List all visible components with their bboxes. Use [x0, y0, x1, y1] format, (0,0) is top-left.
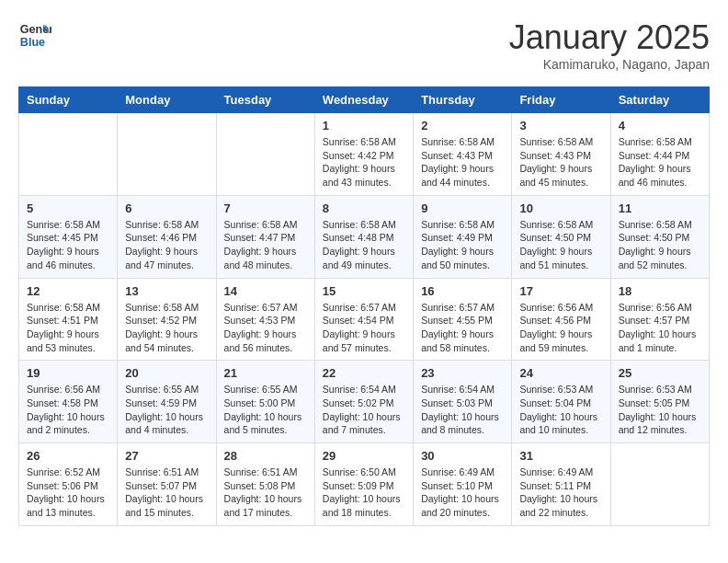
day-number: 28 — [224, 449, 307, 463]
calendar-day-cell: 8Sunrise: 6:58 AM Sunset: 4:48 PM Daylig… — [314, 195, 413, 278]
svg-text:Blue: Blue — [20, 36, 45, 49]
day-number: 22 — [323, 366, 405, 380]
day-info: Sunrise: 6:57 AM Sunset: 4:54 PM Dayligh… — [323, 301, 405, 355]
calendar-week-row: 1Sunrise: 6:58 AM Sunset: 4:42 PM Daylig… — [19, 113, 710, 196]
calendar-day-cell: 6Sunrise: 6:58 AM Sunset: 4:46 PM Daylig… — [118, 195, 216, 278]
calendar-day-cell — [19, 113, 118, 196]
calendar-header-row: SundayMondayTuesdayWednesdayThursdayFrid… — [19, 87, 710, 113]
day-number: 14 — [224, 284, 307, 298]
calendar-day-cell: 11Sunrise: 6:58 AM Sunset: 4:50 PM Dayli… — [610, 195, 709, 278]
calendar-day-cell: 31Sunrise: 6:49 AM Sunset: 5:11 PM Dayli… — [512, 443, 610, 526]
title-section: January 2025 Kamimaruko, Nagano, Japan — [509, 18, 710, 72]
day-info: Sunrise: 6:58 AM Sunset: 4:50 PM Dayligh… — [519, 218, 602, 272]
day-number: 19 — [27, 366, 109, 380]
day-info: Sunrise: 6:51 AM Sunset: 5:08 PM Dayligh… — [224, 465, 307, 520]
day-info: Sunrise: 6:54 AM Sunset: 5:03 PM Dayligh… — [421, 383, 504, 437]
day-number: 26 — [27, 449, 109, 463]
day-info: Sunrise: 6:49 AM Sunset: 5:11 PM Dayligh… — [519, 465, 602, 520]
day-info: Sunrise: 6:58 AM Sunset: 4:44 PM Dayligh… — [619, 135, 701, 190]
day-number: 11 — [619, 201, 701, 215]
day-info: Sunrise: 6:57 AM Sunset: 4:55 PM Dayligh… — [421, 301, 504, 355]
day-number: 16 — [421, 284, 504, 298]
day-info: Sunrise: 6:50 AM Sunset: 5:09 PM Dayligh… — [323, 465, 405, 520]
calendar-day-cell: 17Sunrise: 6:56 AM Sunset: 4:56 PM Dayli… — [512, 278, 610, 361]
calendar-day-cell: 7Sunrise: 6:58 AM Sunset: 4:47 PM Daylig… — [216, 195, 314, 278]
weekday-header: Monday — [118, 87, 216, 113]
calendar-day-cell — [610, 443, 709, 526]
day-info: Sunrise: 6:58 AM Sunset: 4:46 PM Dayligh… — [125, 218, 208, 272]
day-number: 7 — [224, 201, 307, 215]
day-info: Sunrise: 6:58 AM Sunset: 4:43 PM Dayligh… — [519, 135, 602, 190]
day-number: 27 — [125, 449, 208, 463]
calendar-day-cell: 14Sunrise: 6:57 AM Sunset: 4:53 PM Dayli… — [216, 278, 314, 361]
calendar-day-cell: 15Sunrise: 6:57 AM Sunset: 4:54 PM Dayli… — [314, 278, 413, 361]
day-info: Sunrise: 6:56 AM Sunset: 4:57 PM Dayligh… — [619, 301, 701, 355]
month-title: January 2025 — [509, 18, 710, 57]
calendar-day-cell: 16Sunrise: 6:57 AM Sunset: 4:55 PM Dayli… — [414, 278, 512, 361]
day-number: 2 — [421, 119, 504, 132]
day-info: Sunrise: 6:56 AM Sunset: 4:56 PM Dayligh… — [519, 301, 602, 355]
calendar-day-cell: 26Sunrise: 6:52 AM Sunset: 5:06 PM Dayli… — [19, 443, 118, 526]
day-info: Sunrise: 6:53 AM Sunset: 5:05 PM Dayligh… — [619, 383, 701, 437]
calendar-day-cell: 30Sunrise: 6:49 AM Sunset: 5:10 PM Dayli… — [414, 443, 512, 526]
calendar-day-cell — [216, 113, 314, 196]
day-info: Sunrise: 6:52 AM Sunset: 5:06 PM Dayligh… — [27, 465, 109, 520]
day-info: Sunrise: 6:55 AM Sunset: 5:00 PM Dayligh… — [224, 383, 307, 437]
day-number: 23 — [421, 366, 504, 380]
day-number: 12 — [27, 284, 109, 298]
calendar-day-cell: 10Sunrise: 6:58 AM Sunset: 4:50 PM Dayli… — [512, 195, 610, 278]
calendar-day-cell: 2Sunrise: 6:58 AM Sunset: 4:43 PM Daylig… — [414, 113, 512, 196]
calendar-day-cell: 25Sunrise: 6:53 AM Sunset: 5:05 PM Dayli… — [610, 361, 709, 443]
calendar-day-cell: 4Sunrise: 6:58 AM Sunset: 4:44 PM Daylig… — [610, 113, 709, 196]
day-number: 24 — [519, 366, 602, 380]
calendar-day-cell: 24Sunrise: 6:53 AM Sunset: 5:04 PM Dayli… — [512, 361, 610, 443]
calendar-week-row: 26Sunrise: 6:52 AM Sunset: 5:06 PM Dayli… — [19, 443, 710, 526]
weekday-header: Saturday — [610, 87, 709, 113]
day-info: Sunrise: 6:58 AM Sunset: 4:42 PM Dayligh… — [323, 135, 405, 190]
day-info: Sunrise: 6:58 AM Sunset: 4:45 PM Dayligh… — [27, 218, 109, 272]
calendar-day-cell: 28Sunrise: 6:51 AM Sunset: 5:08 PM Dayli… — [216, 443, 314, 526]
day-info: Sunrise: 6:53 AM Sunset: 5:04 PM Dayligh… — [519, 383, 602, 437]
day-info: Sunrise: 6:58 AM Sunset: 4:47 PM Dayligh… — [224, 218, 307, 272]
calendar-day-cell: 9Sunrise: 6:58 AM Sunset: 4:49 PM Daylig… — [414, 195, 512, 278]
calendar-day-cell: 13Sunrise: 6:58 AM Sunset: 4:52 PM Dayli… — [118, 278, 216, 361]
day-info: Sunrise: 6:58 AM Sunset: 4:50 PM Dayligh… — [619, 218, 701, 272]
day-info: Sunrise: 6:58 AM Sunset: 4:49 PM Dayligh… — [421, 218, 504, 272]
day-info: Sunrise: 6:54 AM Sunset: 5:02 PM Dayligh… — [323, 383, 405, 437]
day-info: Sunrise: 6:56 AM Sunset: 4:58 PM Dayligh… — [27, 383, 109, 437]
day-number: 13 — [125, 284, 208, 298]
day-info: Sunrise: 6:51 AM Sunset: 5:07 PM Dayligh… — [125, 465, 208, 520]
calendar-day-cell: 19Sunrise: 6:56 AM Sunset: 4:58 PM Dayli… — [19, 361, 118, 443]
day-number: 30 — [421, 449, 504, 463]
day-number: 10 — [519, 201, 602, 215]
weekday-header: Sunday — [19, 87, 118, 113]
calendar-day-cell: 20Sunrise: 6:55 AM Sunset: 4:59 PM Dayli… — [118, 361, 216, 443]
calendar-day-cell: 23Sunrise: 6:54 AM Sunset: 5:03 PM Dayli… — [414, 361, 512, 443]
day-number: 21 — [224, 366, 307, 380]
location-subtitle: Kamimaruko, Nagano, Japan — [509, 57, 710, 72]
calendar-day-cell: 3Sunrise: 6:58 AM Sunset: 4:43 PM Daylig… — [512, 113, 610, 196]
day-number: 20 — [125, 366, 208, 380]
calendar-day-cell: 12Sunrise: 6:58 AM Sunset: 4:51 PM Dayli… — [19, 278, 118, 361]
day-number: 6 — [125, 201, 208, 215]
day-number: 9 — [421, 201, 504, 215]
logo-icon: General Blue — [18, 18, 51, 52]
day-number: 18 — [619, 284, 701, 298]
calendar-day-cell: 1Sunrise: 6:58 AM Sunset: 4:42 PM Daylig… — [314, 113, 413, 196]
weekday-header: Friday — [512, 87, 610, 113]
calendar-day-cell: 18Sunrise: 6:56 AM Sunset: 4:57 PM Dayli… — [610, 278, 709, 361]
day-number: 15 — [323, 284, 405, 298]
day-number: 4 — [619, 119, 701, 132]
day-info: Sunrise: 6:55 AM Sunset: 4:59 PM Dayligh… — [125, 383, 208, 437]
calendar-day-cell — [118, 113, 216, 196]
page-header: General Blue January 2025 Kamimaruko, Na… — [18, 18, 710, 72]
day-info: Sunrise: 6:58 AM Sunset: 4:51 PM Dayligh… — [27, 301, 109, 355]
day-info: Sunrise: 6:57 AM Sunset: 4:53 PM Dayligh… — [224, 301, 307, 355]
day-number: 29 — [323, 449, 405, 463]
day-number: 17 — [519, 284, 602, 298]
weekday-header: Tuesday — [216, 87, 314, 113]
day-info: Sunrise: 6:49 AM Sunset: 5:10 PM Dayligh… — [421, 465, 504, 520]
day-number: 3 — [519, 119, 602, 132]
logo: General Blue — [18, 18, 51, 52]
day-info: Sunrise: 6:58 AM Sunset: 4:48 PM Dayligh… — [323, 218, 405, 272]
